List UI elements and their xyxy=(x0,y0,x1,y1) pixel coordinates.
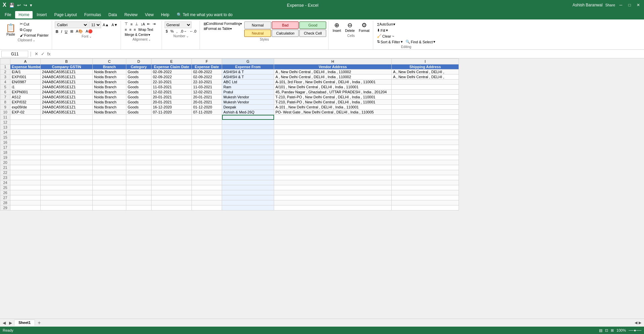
cell-d20[interactable] xyxy=(126,160,152,165)
cell-g18[interactable] xyxy=(222,150,274,155)
cell-i15[interactable] xyxy=(392,135,459,140)
cell-b25[interactable] xyxy=(41,185,93,190)
cell-h4[interactable]: A-101, 3rd Floor , New Delhi Central , D… xyxy=(274,80,392,85)
cell-d10[interactable]: Goods xyxy=(126,110,152,115)
cell-f23[interactable] xyxy=(192,175,222,180)
cell-c13[interactable] xyxy=(93,125,126,130)
cell-h5[interactable]: A/101 , New Delhi Central , DELHI , Indi… xyxy=(274,85,392,90)
cell-h1[interactable]: Vendor Address xyxy=(274,64,392,69)
row-num-28[interactable]: 28 xyxy=(0,200,10,205)
row-num-25[interactable]: 25 xyxy=(0,185,10,190)
wrap-text-button[interactable]: Wrap Text xyxy=(137,27,154,32)
cell-c26[interactable] xyxy=(93,190,126,195)
cell-a3[interactable]: EXP/001 xyxy=(10,75,41,80)
menu-formulas[interactable]: Formulas xyxy=(81,11,104,18)
cell-e2[interactable]: 02-09-2022 xyxy=(152,69,192,75)
format-button[interactable]: ⚙ Format xyxy=(357,21,371,33)
cell-a19[interactable] xyxy=(10,155,41,160)
cell-g10[interactable]: Ashish & Med-26Q xyxy=(222,110,274,115)
cell-f8[interactable]: 20-01-2021 xyxy=(192,100,222,105)
menu-file[interactable]: File xyxy=(1,11,14,18)
font-name-select[interactable]: Calibri xyxy=(55,21,88,28)
cell-c12[interactable] xyxy=(93,120,126,125)
row-num-27[interactable]: 27 xyxy=(0,195,10,200)
cell-g15[interactable] xyxy=(222,135,274,140)
cell-b9[interactable]: 24AABCA5951E1Z1 xyxy=(41,105,93,110)
font-size-decrease-button[interactable]: A▼ xyxy=(111,22,119,27)
cell-g22[interactable] xyxy=(222,170,274,175)
undo-qat-button[interactable]: ↩ xyxy=(16,2,22,8)
sheet-tab-sheet1[interactable]: Sheet1 xyxy=(14,320,35,326)
cell-a12[interactable] xyxy=(10,120,41,125)
align-left-button[interactable]: ≡ xyxy=(124,27,128,32)
percent-button[interactable]: % xyxy=(169,29,175,34)
row-num-18[interactable]: 18 xyxy=(0,150,10,155)
cell-d25[interactable] xyxy=(126,185,152,190)
minimize-button[interactable]: ─ xyxy=(618,2,624,8)
row-num-2[interactable]: 2 xyxy=(0,69,10,75)
cell-h17[interactable] xyxy=(274,145,392,150)
autosum-dropdown-icon[interactable]: ▾ xyxy=(393,22,395,27)
cell-c6[interactable]: Noida Branch xyxy=(93,90,126,95)
cell-i2[interactable]: A , New Delhi Central , DELHI , xyxy=(392,69,459,75)
restore-button[interactable]: □ xyxy=(627,2,633,8)
cell-c22[interactable] xyxy=(93,170,126,175)
cell-e19[interactable] xyxy=(152,155,192,160)
text-direction-button[interactable]: ↕A xyxy=(140,21,146,27)
cell-a25[interactable] xyxy=(10,185,41,190)
cell-f28[interactable] xyxy=(192,200,222,205)
cell-a17[interactable] xyxy=(10,145,41,150)
italic-button[interactable]: I xyxy=(60,29,63,34)
cell-g19[interactable] xyxy=(222,155,274,160)
col-header-f[interactable]: F xyxy=(192,59,222,64)
cell-a13[interactable] xyxy=(10,125,41,130)
align-top-button[interactable]: ⊤ xyxy=(124,21,129,27)
cell-a21[interactable] xyxy=(10,165,41,170)
cell-d2[interactable]: Goods xyxy=(126,69,152,75)
row-num-21[interactable]: 21 xyxy=(0,165,10,170)
cell-e3[interactable]: 02-09-2022 xyxy=(152,75,192,80)
cell-i20[interactable] xyxy=(392,160,459,165)
delete-button[interactable]: ⊖ Delete xyxy=(344,21,356,33)
cell-c19[interactable] xyxy=(93,155,126,160)
menu-page-layout[interactable]: Page Layout xyxy=(51,11,80,18)
cell-g29[interactable] xyxy=(222,205,274,210)
cut-button[interactable]: ✂ Cut xyxy=(19,21,50,27)
cell-b19[interactable] xyxy=(41,155,93,160)
cell-i12[interactable] xyxy=(392,120,459,125)
style-calculation[interactable]: Calculation xyxy=(272,30,299,37)
cell-e14[interactable] xyxy=(152,130,192,135)
format-as-table-button[interactable]: ⊞ Format as Table ▾ xyxy=(203,27,243,31)
scrollable-grid[interactable]: A B C D E F G H I 1 Expense Number Compa… xyxy=(0,58,644,319)
cell-d15[interactable] xyxy=(126,135,152,140)
cell-e17[interactable] xyxy=(152,145,192,150)
cell-d23[interactable] xyxy=(126,175,152,180)
copy-button[interactable]: ⧉ Copy xyxy=(19,27,50,32)
cell-h28[interactable] xyxy=(274,200,392,205)
cell-d26[interactable] xyxy=(126,190,152,195)
cell-d9[interactable]: Goods xyxy=(126,105,152,110)
row-num-5[interactable]: 5 xyxy=(0,85,10,90)
cell-d29[interactable] xyxy=(126,205,152,210)
cell-f18[interactable] xyxy=(192,150,222,155)
col-header-c[interactable]: C xyxy=(93,59,126,64)
insert-function-button[interactable]: fx xyxy=(46,51,52,56)
cell-e20[interactable] xyxy=(152,160,192,165)
sort-filter-button[interactable]: ⇅ Sort & Filter ▾ xyxy=(376,39,404,44)
cell-f25[interactable] xyxy=(192,185,222,190)
cell-c29[interactable] xyxy=(93,205,126,210)
align-bottom-button[interactable]: ⊥ xyxy=(134,21,139,27)
view-page-break-button[interactable]: ⊞ xyxy=(611,328,614,333)
cell-h15[interactable] xyxy=(274,135,392,140)
cell-e28[interactable] xyxy=(152,200,192,205)
cell-c1[interactable]: Branch xyxy=(93,64,126,69)
cell-g23[interactable] xyxy=(222,175,274,180)
cell-h14[interactable] xyxy=(274,130,392,135)
cell-a11[interactable] xyxy=(10,115,41,120)
menu-help[interactable]: Help xyxy=(158,11,173,18)
cell-e1[interactable]: Expense Claim Date xyxy=(152,64,192,69)
cell-e15[interactable] xyxy=(152,135,192,140)
row-num-16[interactable]: 16 xyxy=(0,140,10,145)
cell-a20[interactable] xyxy=(10,160,41,165)
cell-c15[interactable] xyxy=(93,135,126,140)
